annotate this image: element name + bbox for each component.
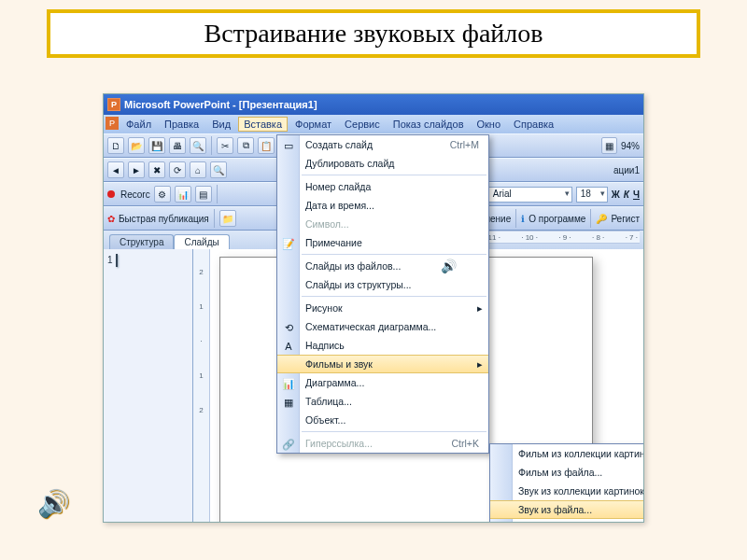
- menu-table[interactable]: ▦ Таблица...: [277, 392, 488, 411]
- menu-insert[interactable]: Вставка: [238, 117, 288, 132]
- separator: [211, 136, 212, 155]
- record-label[interactable]: Recorс: [120, 189, 150, 200]
- window-titlebar: P Microsoft PowerPoint - [Презентация1]: [104, 94, 643, 115]
- hyperlink-icon: 🔗: [281, 437, 296, 452]
- textbox-icon: A: [281, 339, 296, 354]
- font-size-select[interactable]: 18: [576, 187, 608, 203]
- speaker-icon: 🔊: [37, 488, 70, 519]
- menu-file[interactable]: Файл: [120, 117, 157, 132]
- menu-format[interactable]: Формат: [289, 117, 337, 132]
- menu-symbol: Символ...: [277, 215, 488, 233]
- page-title: Встраивание звуковых файлов: [204, 19, 543, 48]
- tool-a-icon[interactable]: ⚙: [154, 186, 171, 203]
- refresh-icon[interactable]: ⟳: [169, 161, 186, 178]
- menu-label: Дублировать слайд: [305, 158, 394, 169]
- menu-separator: [302, 175, 486, 175]
- powerpoint-window: P Microsoft PowerPoint - [Презентация1] …: [103, 93, 644, 523]
- tab-slides[interactable]: Слайды: [174, 234, 229, 249]
- tool-b-icon[interactable]: 📊: [175, 186, 191, 203]
- register-button[interactable]: Регист: [611, 214, 640, 224]
- menu-separator: [302, 296, 486, 297]
- copy-icon[interactable]: ⧉: [237, 137, 254, 154]
- menu-label: Диаграмма...: [305, 377, 364, 388]
- menu-label: Звук из файла...: [518, 504, 592, 515]
- menu-slides-from-outline[interactable]: Слайды из структуры...: [277, 275, 488, 294]
- italic-button[interactable]: К: [624, 189, 629, 200]
- back-icon[interactable]: ◄: [107, 161, 124, 178]
- ruler-tick: · 10 ·: [521, 233, 538, 242]
- menu-picture[interactable]: Рисунок ▸: [277, 299, 488, 317]
- new-doc-icon[interactable]: 🗋: [107, 137, 124, 154]
- menu-label: Фильмы и звук: [305, 358, 373, 370]
- open-icon[interactable]: 📂: [128, 137, 145, 154]
- underline-button[interactable]: Ч: [633, 189, 640, 200]
- paste-icon[interactable]: 📋: [258, 137, 275, 154]
- bold-button[interactable]: Ж: [612, 189, 620, 200]
- menu-shortcut: Ctrl+K: [452, 438, 479, 449]
- menu-label: Надпись: [305, 340, 345, 351]
- thumb-number: 1: [107, 255, 113, 265]
- fast-publish-button[interactable]: Быстрая публикация: [119, 214, 209, 224]
- menu-help[interactable]: Справка: [508, 117, 559, 132]
- insert-dropdown[interactable]: ▭ Создать слайд Ctrl+M Дублировать слайд…: [276, 134, 489, 454]
- submenu-movie-clip[interactable]: Фильм из коллекции картинок...: [490, 444, 644, 463]
- menu-label: Дата и время...: [305, 200, 374, 211]
- ruler-tick: 2: [199, 406, 203, 414]
- font-name-select[interactable]: Arial: [488, 187, 572, 203]
- key-icon: 🔑: [596, 214, 607, 224]
- ruler-tick: ·: [200, 337, 202, 345]
- home-icon[interactable]: ⌂: [190, 161, 206, 178]
- menu-label: Схематическая диаграмма...: [305, 321, 436, 332]
- preview-icon[interactable]: 🔍: [190, 137, 206, 154]
- menu-slideshow[interactable]: Показ слайдов: [388, 117, 470, 132]
- speaker-icon: 🔊: [441, 259, 457, 273]
- menu-new-slide[interactable]: ▭ Создать слайд Ctrl+M: [277, 135, 488, 154]
- submenu-cd-audio[interactable]: Запись с компакт-диска...: [490, 519, 644, 523]
- print-icon[interactable]: 🖶: [169, 137, 186, 154]
- menu-datetime[interactable]: Дата и время...: [277, 196, 488, 215]
- menu-edit[interactable]: Правка: [159, 117, 204, 132]
- flag-icon[interactable]: ▦: [601, 137, 617, 154]
- folder-icon[interactable]: 📁: [219, 210, 236, 227]
- menu-slides-from-file[interactable]: Слайды из файлов... 🔊: [277, 257, 488, 275]
- movies-sound-submenu[interactable]: Фильм из коллекции картинок... Фильм из …: [489, 443, 644, 523]
- menu-label: Символ...: [305, 218, 349, 230]
- menu-diagram[interactable]: ⟲ Схематическая диаграмма...: [277, 317, 488, 336]
- menu-view[interactable]: Вид: [206, 117, 236, 132]
- table-icon: ▦: [281, 395, 296, 410]
- menu-tools[interactable]: Сервис: [339, 117, 386, 132]
- doc-icon: P: [106, 117, 119, 130]
- menu-slide-number[interactable]: Номер слайда: [277, 177, 488, 196]
- stop-icon[interactable]: ✖: [148, 161, 165, 178]
- menu-label: Фильм из файла...: [518, 467, 602, 478]
- menu-label: Рисунок: [305, 302, 343, 314]
- menu-movies-sound[interactable]: Фильмы и звук ▸: [277, 355, 488, 373]
- tab-structure[interactable]: Структура: [109, 234, 174, 249]
- slide-thumbnail[interactable]: [116, 254, 118, 267]
- search-icon[interactable]: 🔍: [210, 161, 227, 178]
- about-button[interactable]: О программе: [529, 214, 585, 224]
- save-icon[interactable]: 💾: [148, 137, 165, 154]
- menu-window[interactable]: Окно: [472, 117, 507, 132]
- menu-object[interactable]: Объект...: [277, 411, 488, 429]
- powerpoint-icon: P: [107, 98, 120, 111]
- menu-textbox[interactable]: A Надпись: [277, 336, 488, 355]
- cut-icon[interactable]: ✂: [217, 137, 233, 154]
- menu-comment[interactable]: 📝 Примечание: [277, 233, 488, 252]
- forward-icon[interactable]: ►: [128, 161, 145, 178]
- thumbnails-panel[interactable]: 1: [104, 249, 192, 522]
- menu-label: Гиперссылка...: [305, 438, 373, 449]
- menu-shortcut: Ctrl+M: [450, 139, 479, 150]
- menu-duplicate-slide[interactable]: Дублировать слайд: [277, 154, 488, 173]
- record-dot-icon: [107, 190, 115, 198]
- menu-chart[interactable]: 📊 Диаграмма...: [277, 373, 488, 392]
- submenu-sound-clip[interactable]: Звук из коллекции картинок...: [490, 482, 644, 500]
- tool-c-icon[interactable]: ▤: [195, 186, 212, 203]
- menubar[interactable]: Файл Правка Вид Вставка Формат Сервис По…: [104, 115, 643, 133]
- comment-icon: 📝: [281, 236, 296, 251]
- submenu-movie-file[interactable]: Фильм из файла...: [490, 463, 644, 482]
- zoom-value[interactable]: 94%: [621, 141, 640, 151]
- address-tail: ации1: [613, 165, 640, 175]
- menu-label: Номер слайда: [305, 181, 371, 192]
- submenu-sound-file[interactable]: Звук из файла...: [490, 500, 644, 519]
